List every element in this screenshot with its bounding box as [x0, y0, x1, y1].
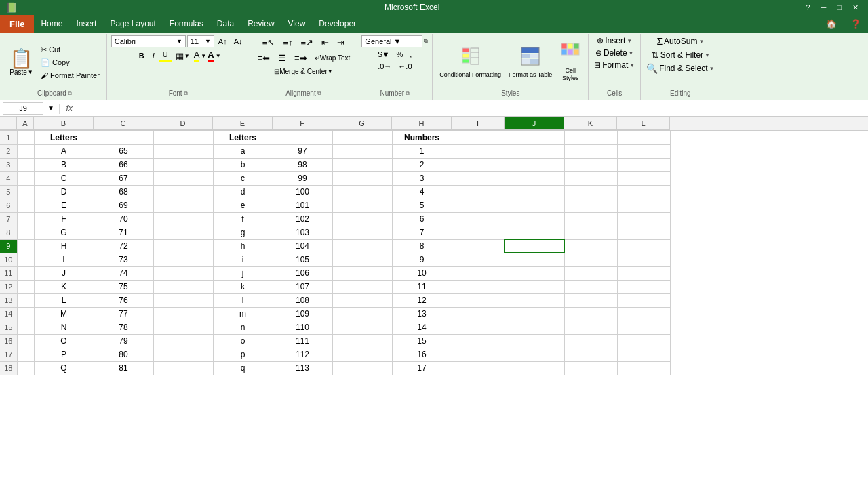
menu-page-layout[interactable]: Page Layout [103, 15, 162, 33]
bold-button[interactable]: B [136, 50, 148, 61]
format-painter-button[interactable]: 🖌 Format Painter [38, 70, 102, 81]
cell-k7[interactable] [564, 212, 617, 226]
cell-d11[interactable] [153, 266, 213, 280]
decrease-decimal-button[interactable]: ←.0 [395, 61, 414, 72]
cell-l5[interactable] [617, 185, 670, 199]
cell-i7[interactable] [452, 212, 505, 226]
cell-i15[interactable] [452, 321, 505, 334]
menu-insert[interactable]: Insert [69, 15, 103, 33]
merge-center-button[interactable]: ⊟ Merge & Center ▼ [271, 66, 336, 77]
comma-button[interactable]: , [407, 49, 414, 60]
cell-i18[interactable] [452, 361, 505, 375]
italic-button[interactable]: I [149, 50, 158, 61]
cell-h15[interactable]: 14 [392, 321, 452, 334]
cell-j6[interactable] [505, 199, 564, 212]
cell-b16[interactable]: O [34, 334, 94, 348]
col-header-j[interactable]: J [505, 117, 564, 130]
underline-button[interactable]: U [159, 49, 172, 62]
cell-i6[interactable] [452, 199, 505, 212]
cell-e13[interactable]: l [213, 293, 273, 307]
font-size-dropdown[interactable]: 11 ▼ [187, 35, 214, 47]
cell-a15[interactable] [17, 321, 34, 334]
copy-button[interactable]: 📄 Copy [38, 57, 102, 68]
font-name-dropdown[interactable]: Calibri ▼ [111, 35, 186, 47]
cell-i12[interactable] [452, 280, 505, 293]
cell-c1[interactable] [94, 131, 153, 144]
cell-g2[interactable] [332, 144, 392, 158]
cell-e3[interactable]: b [213, 158, 273, 171]
col-header-i[interactable]: I [452, 117, 505, 130]
cell-l15[interactable] [617, 321, 670, 334]
cell-c13[interactable]: 76 [94, 293, 153, 307]
cell-k16[interactable] [564, 334, 617, 348]
row-number[interactable]: 1 [0, 131, 17, 144]
cell-g4[interactable] [332, 171, 392, 185]
decrease-indent-button[interactable]: ⇤ [318, 35, 332, 49]
cell-h10[interactable]: 9 [392, 253, 452, 266]
cell-j5[interactable] [505, 185, 564, 199]
cell-a9[interactable] [17, 239, 34, 253]
row-number[interactable]: 13 [0, 293, 17, 307]
cell-g16[interactable] [332, 334, 392, 348]
cell-a16[interactable] [17, 334, 34, 348]
menu-file[interactable]: File [0, 15, 34, 33]
cell-g12[interactable] [332, 280, 392, 293]
cell-h8[interactable]: 7 [392, 226, 452, 239]
cell-k17[interactable] [564, 348, 617, 361]
cell-f16[interactable]: 111 [273, 334, 332, 348]
cell-e1[interactable]: Letters [213, 131, 273, 144]
row-number[interactable]: 2 [0, 144, 17, 158]
cell-j4[interactable] [505, 171, 564, 185]
cell-b6[interactable]: E [34, 199, 94, 212]
cell-i1[interactable] [452, 131, 505, 144]
cell-k11[interactable] [564, 266, 617, 280]
auto-sum-button[interactable]: Σ AutoSum ▼ [655, 35, 705, 47]
cell-e8[interactable]: g [213, 226, 273, 239]
cell-g18[interactable] [332, 361, 392, 375]
cell-b11[interactable]: J [34, 266, 94, 280]
cell-f17[interactable]: 112 [273, 348, 332, 361]
col-header-e[interactable]: E [213, 117, 273, 130]
cell-j8[interactable] [505, 226, 564, 239]
cell-b13[interactable]: L [34, 293, 94, 307]
cell-g15[interactable] [332, 321, 392, 334]
col-header-k[interactable]: K [564, 117, 617, 130]
cell-j1[interactable] [505, 131, 564, 144]
col-header-h[interactable]: H [392, 117, 452, 130]
cell-h14[interactable]: 13 [392, 307, 452, 321]
auto-sum-dropdown[interactable]: ▼ [698, 39, 704, 45]
cell-k2[interactable] [564, 144, 617, 158]
cell-a1[interactable] [17, 131, 34, 144]
cell-j11[interactable] [505, 266, 564, 280]
cell-e9[interactable]: h [213, 239, 273, 253]
cell-i8[interactable] [452, 226, 505, 239]
wrap-text-button[interactable]: ↵ Wrap Text [312, 53, 353, 63]
cell-c15[interactable]: 78 [94, 321, 153, 334]
row-number[interactable]: 16 [0, 334, 17, 348]
cell-l10[interactable] [617, 253, 670, 266]
col-header-g[interactable]: G [332, 117, 392, 130]
cell-j2[interactable] [505, 144, 564, 158]
cell-d17[interactable] [153, 348, 213, 361]
formula-input[interactable] [78, 104, 865, 113]
row-number[interactable]: 9 [0, 239, 17, 253]
cell-b12[interactable]: K [34, 280, 94, 293]
cell-k4[interactable] [564, 171, 617, 185]
cell-b3[interactable]: B [34, 158, 94, 171]
cell-k1[interactable] [564, 131, 617, 144]
cell-l11[interactable] [617, 266, 670, 280]
cell-c8[interactable]: 71 [94, 226, 153, 239]
font-size-decrease-button[interactable]: A↓ [231, 36, 245, 47]
row-number[interactable]: 18 [0, 361, 17, 375]
cell-l4[interactable] [617, 171, 670, 185]
format-cells-button[interactable]: ⊟ Format ▼ [593, 60, 636, 70]
number-expander[interactable]: ⧉ [406, 90, 410, 97]
cell-j12[interactable] [505, 280, 564, 293]
cell-k15[interactable] [564, 321, 617, 334]
cell-k12[interactable] [564, 280, 617, 293]
close-button[interactable]: ✕ [848, 3, 863, 12]
col-header-d[interactable]: D [153, 117, 213, 130]
cell-e11[interactable]: j [213, 266, 273, 280]
cell-a18[interactable] [17, 361, 34, 375]
cell-l1[interactable] [617, 131, 670, 144]
